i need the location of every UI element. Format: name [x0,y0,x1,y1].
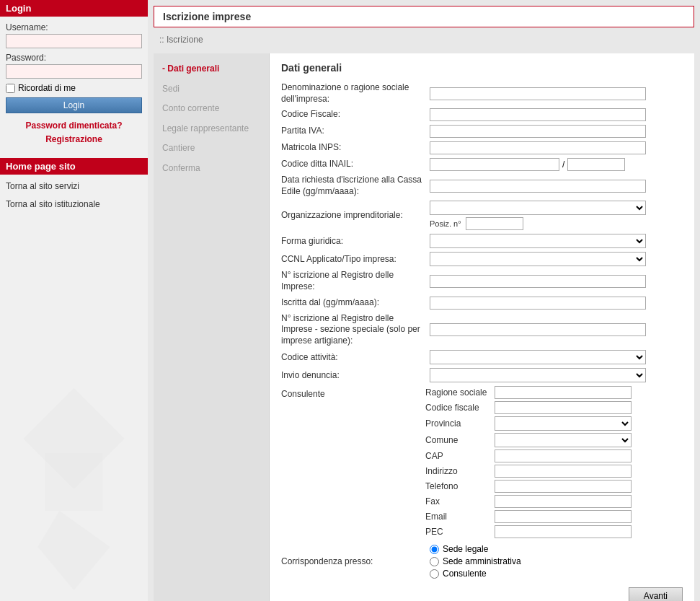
codice-fiscale-c-row: Codice fiscale [425,401,683,414]
svg-marker-0 [24,388,125,489]
codice-fiscale-c-input[interactable] [495,401,632,414]
corrispondenza-row: Corrispondenza presso: Sede legale Sede … [281,544,683,579]
invio-denuncia-select[interactable] [430,368,646,382]
registro-imprese-row: N° iscrizione al Registro delle Imprese: [281,270,683,292]
nav-legale-rappresentante[interactable]: Legale rappresentante [154,119,269,139]
section-title: Dati generali [281,62,683,74]
ccnl-label: CCNL Applicato/Tipo impresa: [281,254,425,266]
sede-legale-label: Sede legale [443,544,488,554]
nav-istituzionale[interactable]: Torna al sito istituzionale [0,196,148,213]
provincia-label: Provincia [425,418,490,429]
telefono-label: Telefono [425,481,490,491]
email-row: Email [425,510,683,523]
consulente-radio[interactable] [430,569,439,579]
nav-conto-corrente[interactable]: Conto corrente [154,99,269,119]
remember-checkbox[interactable] [6,84,15,93]
provincia-select[interactable] [495,416,632,431]
telefono-input[interactable] [495,480,632,493]
sede-amministrativa-radio[interactable] [430,557,439,566]
form-nav: - Dati generali Sedi Conto corrente Lega… [154,53,269,601]
comune-row: Comune [425,433,683,447]
pec-label: PEC [425,527,490,537]
sede-legale-row: Sede legale [430,544,521,554]
iscritta-dal-label: Iscritta dal (gg/mm/aaaa): [281,297,425,309]
matricola-inps-input[interactable] [430,141,646,154]
breadcrumb: :: Iscrizione [154,32,694,48]
provincia-row: Provincia [425,416,683,431]
consulente-fields: Ragione sociale Codice fiscale Provincia… [425,386,683,540]
email-label: Email [425,512,490,522]
nav-servizi[interactable]: Torna al sito servizi [0,177,148,195]
partita-iva-input[interactable] [430,125,646,138]
indirizzo-label: Indirizzo [425,466,490,476]
pec-input[interactable] [495,525,632,538]
registro-speciale-row: N° iscrizione al Registro delle Imprese … [281,313,683,347]
corrispondenza-radio-group: Sede legale Sede amministrativa Consulen… [430,544,521,579]
indirizzo-input[interactable] [495,465,632,478]
ragione-sociale-input[interactable] [495,386,632,399]
ragione-sociale-row: Ragione sociale [425,386,683,399]
codice-attivita-label: Codice attività: [281,352,425,364]
organizzazione-select[interactable] [430,201,646,215]
ccnl-row: CCNL Applicato/Tipo impresa: [281,252,683,266]
partita-iva-row: Partita IVA: [281,125,683,138]
consulente-block: Consulente Ragione sociale Codice fiscal… [281,386,683,540]
posiz-input[interactable] [466,217,523,230]
comune-label: Comune [425,435,490,445]
nav-conferma[interactable]: Conferma [154,159,269,179]
sede-legale-radio[interactable] [430,545,439,554]
data-iscrizione-row: Data richiesta d'iscrizione alla Cassa E… [281,175,683,197]
codice-fiscale-c-label: Codice fiscale [425,403,490,413]
nav-sedi[interactable]: Sedi [154,79,269,100]
password-label: Password: [6,53,142,63]
data-iscrizione-input[interactable] [430,180,646,193]
main-content: Iscrizione imprese :: Iscrizione - Dati … [148,0,700,601]
data-iscrizione-label: Data richiesta d'iscrizione alla Cassa E… [281,175,425,197]
denominazione-label: Denominazione o ragione sociale dell'imp… [281,82,425,105]
nav-cantiere[interactable]: Cantiere [154,139,269,159]
forma-giuridica-select[interactable] [430,234,646,248]
form-area: Dati generali Denominazione o ragione so… [269,53,694,601]
codice-inail-row: Codice ditta INAIL: / [281,158,683,171]
cap-label: CAP [425,451,490,461]
codice-inail-input2[interactable] [567,158,625,171]
codice-fiscale-input[interactable] [430,108,646,121]
invio-denuncia-label: Invio denuncia: [281,370,425,382]
matricola-inps-row: Matricola INPS: [281,141,683,154]
username-input[interactable] [6,34,142,48]
password-input[interactable] [6,64,142,79]
registro-imprese-input[interactable] [430,275,646,288]
svg-marker-2 [38,511,110,590]
denominazione-row: Denominazione o ragione sociale dell'imp… [281,82,683,105]
register-link[interactable]: Registrazione [6,133,142,146]
posiz-label: Posiz. n° [430,219,461,228]
consulente-radio-label: Consulente [443,569,487,579]
codice-inail-input1[interactable] [430,158,559,171]
home-header: Home page sito [0,158,148,175]
login-button[interactable]: Login [6,97,142,113]
matricola-inps-label: Matricola INPS: [281,142,425,154]
iscritta-dal-input[interactable] [430,297,646,310]
cap-input[interactable] [495,449,632,462]
fax-input[interactable] [495,495,632,508]
pec-row: PEC [425,525,683,538]
email-input[interactable] [495,510,632,523]
corrispondenza-label: Corrispondenza presso: [281,556,425,568]
codice-attivita-select[interactable] [430,350,646,364]
fax-row: Fax [425,495,683,508]
sidebar: Login Username: Password: Ricordati di m… [0,0,148,601]
avanti-button[interactable]: Avanti [629,587,683,601]
forgot-password-link[interactable]: Password dimenticata? [6,119,142,133]
denominazione-input[interactable] [430,87,646,100]
comune-select[interactable] [495,433,632,447]
inail-separator: / [562,159,564,170]
codice-inail-label: Codice ditta INAIL: [281,159,425,170]
codice-fiscale-row: Codice Fiscale: [281,108,683,121]
nav-dati-generali[interactable]: - Dati generali [154,59,269,79]
fax-label: Fax [425,496,490,506]
registro-speciale-input[interactable] [430,323,646,336]
ragione-sociale-label: Ragione sociale [425,387,490,398]
sede-amministrativa-label: Sede amministrativa [443,556,521,566]
breadcrumb-prefix: :: [159,35,167,45]
ccnl-select[interactable] [430,252,646,266]
